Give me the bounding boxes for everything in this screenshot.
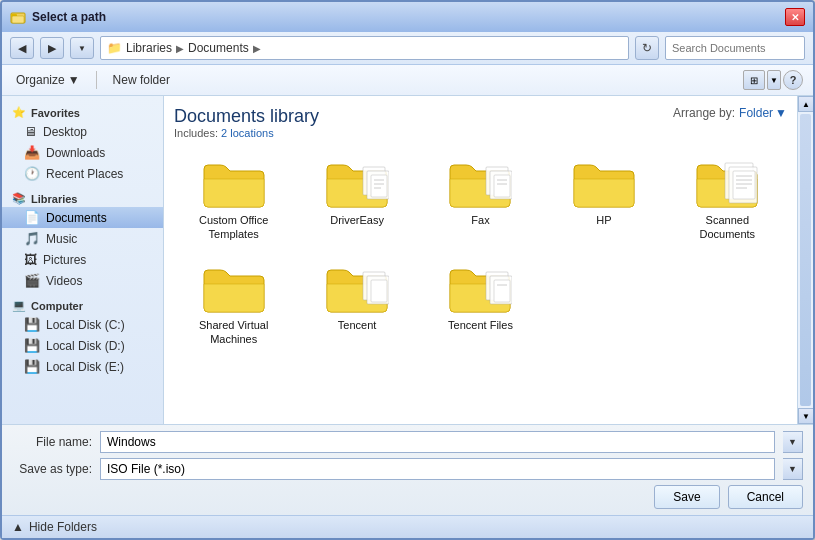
cancel-button[interactable]: Cancel — [728, 485, 803, 509]
favorites-icon: ⭐ — [12, 106, 26, 119]
bottom-bar: File name: ▼ Save as type: ▼ Save Cancel — [2, 424, 813, 515]
disk-d-label: Local Disk (D:) — [46, 339, 125, 353]
folder-label-tencent-files: Tencent Files — [448, 318, 513, 332]
savetype-input[interactable] — [100, 458, 775, 480]
disk-c-icon: 💾 — [24, 317, 40, 332]
downloads-label: Downloads — [46, 146, 105, 160]
sidebar-section-libraries: 📚 Libraries 📄 Documents 🎵 Music 🖼 Pictur… — [2, 188, 163, 291]
back-button[interactable]: ◀ — [10, 37, 34, 59]
sidebar-item-music[interactable]: 🎵 Music — [2, 228, 163, 249]
svg-rect-23 — [371, 280, 387, 302]
nav-toolbar: ◀ ▶ ▼ 📁 Libraries ▶ Documents ▶ ↻ 🔍 — [2, 32, 813, 65]
folder-icon-drivereasy — [325, 157, 389, 209]
savetype-dropdown-arrow[interactable]: ▼ — [783, 458, 803, 480]
folder-item-fax[interactable]: Fax — [421, 151, 540, 248]
arrange-label: Arrange by: — [673, 106, 735, 120]
scrollbar[interactable]: ▲ ▼ — [797, 96, 813, 424]
refresh-button[interactable]: ↻ — [635, 36, 659, 60]
view-controls: ⊞ ▼ ? — [743, 70, 803, 90]
arrange-by: Arrange by: Folder ▼ — [673, 106, 787, 120]
filename-dropdown-arrow[interactable]: ▼ — [783, 431, 803, 453]
content-area: Documents library Includes: 2 locations … — [164, 96, 797, 424]
organize-button[interactable]: Organize ▼ — [12, 71, 84, 89]
arrange-dropdown[interactable]: Folder ▼ — [739, 106, 787, 120]
sidebar-header-computer: 💻 Computer — [2, 295, 163, 314]
locations-link[interactable]: 2 locations — [221, 127, 274, 139]
folder-label-shared-vm: Shared Virtual Machines — [194, 318, 274, 347]
music-icon: 🎵 — [24, 231, 40, 246]
bottom-buttons: Save Cancel — [12, 485, 803, 509]
dialog-window: Select a path ✕ ◀ ▶ ▼ 📁 Libraries ▶ Docu… — [0, 0, 815, 540]
organize-label: Organize — [16, 73, 65, 87]
arrange-arrow: ▼ — [775, 106, 787, 120]
help-label: ? — [790, 74, 797, 86]
sidebar-item-videos[interactable]: 🎬 Videos — [2, 270, 163, 291]
pictures-label: Pictures — [43, 253, 86, 267]
svg-rect-2 — [12, 16, 24, 23]
sidebar-item-documents[interactable]: 📄 Documents — [2, 207, 163, 228]
desktop-label: Desktop — [43, 125, 87, 139]
folder-label-drivereasy: DriverEasy — [330, 213, 384, 227]
view-button[interactable]: ⊞ — [743, 70, 765, 90]
filename-label: File name: — [12, 435, 92, 449]
save-button[interactable]: Save — [654, 485, 719, 509]
scroll-up-button[interactable]: ▲ — [798, 96, 813, 112]
recent-places-icon: 🕐 — [24, 166, 40, 181]
breadcrumb-libraries[interactable]: Libraries — [126, 41, 172, 55]
folder-item-hp[interactable]: HP — [544, 151, 663, 248]
content-header: Documents library Includes: 2 locations … — [174, 106, 787, 139]
folder-icon-tencent — [325, 262, 389, 314]
breadcrumb-documents[interactable]: Documents — [188, 41, 249, 55]
folder-icon-scanned — [695, 157, 759, 209]
sidebar-item-disk-c[interactable]: 💾 Local Disk (C:) — [2, 314, 163, 335]
sidebar: ⭐ Favorites 🖥 Desktop 📥 Downloads 🕐 Rece… — [2, 96, 164, 424]
svg-rect-5 — [371, 175, 387, 197]
computer-icon: 💻 — [12, 299, 26, 312]
savetype-row: Save as type: ▼ — [12, 458, 803, 480]
search-input[interactable] — [666, 42, 815, 54]
filename-row: File name: ▼ — [12, 431, 803, 453]
main-area: ⭐ Favorites 🖥 Desktop 📥 Downloads 🕐 Rece… — [2, 96, 813, 424]
documents-label: Documents — [46, 211, 107, 225]
folder-item-custom-office[interactable]: Custom Office Templates — [174, 151, 293, 248]
dropdown-button[interactable]: ▼ — [70, 37, 94, 59]
folder-item-tencent-files[interactable]: Tencent Files — [421, 256, 540, 353]
scroll-thumb[interactable] — [800, 114, 811, 406]
hide-folders-arrow: ▲ — [12, 520, 24, 534]
svg-rect-11 — [494, 175, 510, 197]
folder-item-shared-vm[interactable]: Shared Virtual Machines — [174, 256, 293, 353]
new-folder-button[interactable]: New folder — [109, 71, 174, 89]
scroll-down-button[interactable]: ▼ — [798, 408, 813, 424]
folder-item-scanned[interactable]: Scanned Documents — [668, 151, 787, 248]
close-button[interactable]: ✕ — [785, 8, 805, 26]
folder-label-custom-office: Custom Office Templates — [194, 213, 274, 242]
sidebar-item-disk-d[interactable]: 💾 Local Disk (D:) — [2, 335, 163, 356]
folder-grid: Custom Office Templates DriverEasy — [174, 151, 787, 352]
sidebar-item-desktop[interactable]: 🖥 Desktop — [2, 121, 163, 142]
sidebar-item-pictures[interactable]: 🖼 Pictures — [2, 249, 163, 270]
folder-item-drivereasy[interactable]: DriverEasy — [297, 151, 416, 248]
view-arrow-button[interactable]: ▼ — [767, 70, 781, 90]
filename-input[interactable] — [100, 431, 775, 453]
disk-c-label: Local Disk (C:) — [46, 318, 125, 332]
sidebar-section-favorites: ⭐ Favorites 🖥 Desktop 📥 Downloads 🕐 Rece… — [2, 102, 163, 184]
forward-button[interactable]: ▶ — [40, 37, 64, 59]
help-button[interactable]: ? — [783, 70, 803, 90]
hide-folders-bar[interactable]: ▲ Hide Folders — [2, 515, 813, 538]
folder-item-tencent[interactable]: Tencent — [297, 256, 416, 353]
videos-label: Videos — [46, 274, 82, 288]
breadcrumb[interactable]: 📁 Libraries ▶ Documents ▶ — [100, 36, 629, 60]
dialog-icon — [10, 9, 26, 25]
sidebar-section-computer: 💻 Computer 💾 Local Disk (C:) 💾 Local Dis… — [2, 295, 163, 377]
folder-icon-custom-office — [202, 157, 266, 209]
title-bar: Select a path ✕ — [2, 2, 813, 32]
folder-icon-tencent-files — [448, 262, 512, 314]
folder-label-scanned: Scanned Documents — [687, 213, 767, 242]
videos-icon: 🎬 — [24, 273, 40, 288]
sidebar-item-downloads[interactable]: 📥 Downloads — [2, 142, 163, 163]
sidebar-item-disk-e[interactable]: 💾 Local Disk (E:) — [2, 356, 163, 377]
sidebar-item-recent-places[interactable]: 🕐 Recent Places — [2, 163, 163, 184]
organize-arrow: ▼ — [68, 73, 80, 87]
folder-icon-shared-vm — [202, 262, 266, 314]
favorites-label: Favorites — [31, 107, 80, 119]
